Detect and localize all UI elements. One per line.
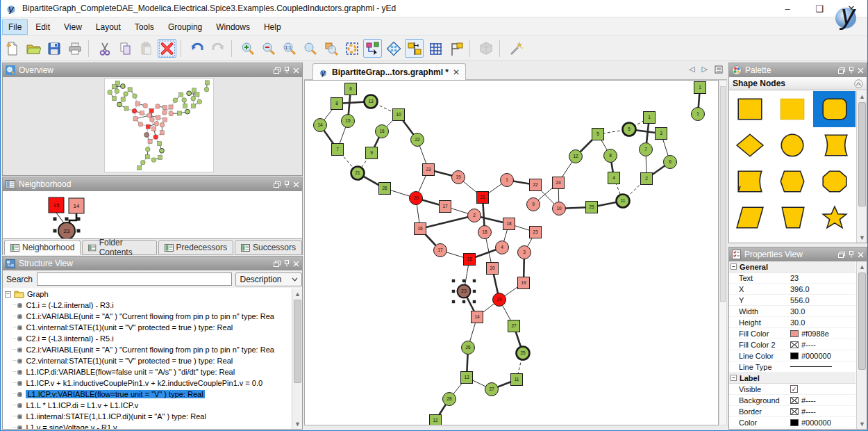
graph-node-7[interactable]	[191, 96, 196, 101]
graph-node-4[interactable]	[183, 104, 187, 108]
graph-node-18[interactable]	[156, 115, 160, 120]
graph-node-17[interactable]	[138, 122, 143, 127]
graph-node-1[interactable]: 1	[501, 174, 514, 187]
graph-node-4[interactable]	[154, 121, 159, 126]
graph-node-2[interactable]: 2	[468, 209, 481, 222]
close-icon[interactable]	[858, 252, 864, 258]
palette-shape-octagon[interactable]	[813, 163, 856, 200]
graph-node-24[interactable]	[169, 105, 173, 109]
pin-icon[interactable]	[284, 67, 290, 74]
graph-node-21[interactable]	[149, 108, 153, 113]
graph-node-16[interactable]: 16	[376, 125, 389, 138]
palette-shape-wave[interactable]	[813, 127, 856, 163]
graph-node-15[interactable]: 15	[464, 254, 476, 266]
zoom-selection-button[interactable]	[322, 39, 340, 58]
graph-node-8[interactable]: 8	[604, 149, 617, 163]
graph-node-12[interactable]	[173, 98, 178, 103]
redo-button[interactable]	[208, 39, 227, 58]
graph-node-18[interactable]	[149, 117, 154, 122]
graph-node-25[interactable]	[160, 148, 165, 153]
tab-neighborhood[interactable]: Neighborhood	[4, 240, 81, 255]
graph-node-7[interactable]	[112, 97, 117, 101]
tree-row[interactable]: ┄C1.i:VARIABLE(unit = "A" ) "Current flo…	[3, 311, 292, 322]
graph-node-16[interactable]	[124, 92, 128, 97]
graph-node-8[interactable]	[112, 85, 116, 89]
palette-shape-star[interactable]	[813, 200, 856, 236]
close-icon[interactable]	[293, 67, 299, 74]
graph-node-28[interactable]	[140, 160, 145, 165]
float-icon[interactable]	[274, 67, 281, 74]
tree-row[interactable]: ┄L1.iinternal:STATE(1,L1.ICP.di)(unit = …	[3, 411, 292, 422]
graph-node-26[interactable]	[145, 147, 150, 152]
graph-node-22[interactable]: 22	[411, 133, 424, 147]
graph-node-13[interactable]	[120, 84, 125, 89]
tree-row[interactable]: ┄L1.v = sineVoltage.v - R1.v	[3, 422, 292, 429]
overview-minimap[interactable]	[3, 77, 302, 175]
graph-node-24[interactable]: 24	[553, 177, 565, 189]
graph-node-21[interactable]: 21	[477, 192, 489, 204]
graph-node-4[interactable]: 4	[608, 172, 620, 184]
menu-windows[interactable]: Windows	[210, 19, 256, 35]
tab-list-icon[interactable]	[715, 65, 723, 74]
palette-panel-titlebar[interactable]: Palette	[729, 63, 867, 77]
label-flag-button[interactable]	[446, 39, 465, 58]
graph-node-19[interactable]: 19	[452, 171, 465, 184]
graph-node-11[interactable]: 11	[617, 195, 630, 208]
tree-row[interactable]: ┄L1.ICP.di:VARIABLE(flow=false unit = "A…	[3, 366, 292, 377]
menu-file[interactable]: File	[2, 19, 28, 35]
graph-node-5[interactable]	[179, 92, 183, 97]
delete-button[interactable]	[158, 39, 176, 58]
menu-layout[interactable]: Layout	[90, 19, 127, 35]
graph-node-15[interactable]	[115, 89, 119, 94]
graph-node-1[interactable]	[204, 87, 209, 92]
structure-scrollbar[interactable]: ▲ ▼	[292, 288, 302, 429]
tree-row[interactable]: ┄C2.vinternal:STATE(1)(unit = "V" protec…	[3, 355, 292, 366]
grid-button[interactable]	[426, 39, 444, 58]
graph-node-5[interactable]: 5	[623, 123, 636, 136]
property-row-x[interactable]: X396.0	[729, 284, 856, 295]
graph-node-11[interactable]	[158, 155, 162, 159]
visible-checkbox[interactable]: ✓	[790, 385, 798, 393]
graph-node-25[interactable]: 25	[586, 202, 598, 213]
property-row-fill-color-2[interactable]: Fill Color 2#----	[729, 339, 856, 350]
graph-node-17[interactable]: 17	[434, 244, 447, 257]
property-row-fill-color[interactable]: Fill Color#f0988e	[729, 328, 856, 339]
tree-row[interactable]: ┄C1.i = (-L2.iinternal) - R3.i	[3, 300, 292, 311]
palette-shape-tri[interactable]	[729, 236, 771, 243]
edit-mode-button[interactable]	[363, 39, 382, 58]
graph-node-14[interactable]: 14	[314, 119, 327, 132]
graph-node-13[interactable]	[145, 155, 149, 159]
graph-canvas[interactable]: 6813101415162279212623192021171222491021…	[304, 80, 719, 425]
graph-node-7[interactable]: 7	[640, 143, 653, 156]
graph-node-27[interactable]	[158, 142, 162, 146]
graph-node-25[interactable]	[177, 111, 181, 115]
prev-tab-button[interactable]: ◁	[689, 65, 694, 74]
graph-node-23[interactable]: 23	[423, 164, 435, 176]
zoom-1-1-button[interactable]: 1:1	[280, 39, 299, 58]
property-section-label[interactable]: −Label	[729, 373, 856, 384]
graph-node-1[interactable]: 1	[644, 112, 656, 124]
graph-node-16[interactable]: 16	[415, 223, 426, 235]
graph-node-23[interactable]: 23	[452, 279, 476, 303]
graph-node-22[interactable]	[133, 94, 137, 99]
graph-node-2[interactable]	[147, 113, 152, 118]
graph-node-7[interactable]: 7	[332, 144, 344, 156]
graph-node-27[interactable]: 27	[485, 383, 499, 396]
graph-node-17[interactable]	[140, 111, 144, 115]
float-icon[interactable]	[274, 261, 281, 267]
magnifier-button[interactable]	[301, 39, 319, 58]
structure-panel-titlebar[interactable]: Structure View	[3, 257, 302, 270]
graph-node-12[interactable]: 12	[569, 150, 583, 163]
neighborhood-view[interactable]: 151423	[3, 191, 302, 239]
navigate-button[interactable]	[384, 39, 403, 58]
property-section-general[interactable]: −General	[729, 261, 856, 273]
fit-content-button[interactable]	[342, 39, 361, 58]
palette-shape-para[interactable]	[729, 200, 771, 236]
properties-panel-titlebar[interactable]: Properties View	[729, 247, 867, 261]
graph-node-10[interactable]	[128, 88, 132, 92]
property-row-border[interactable]: Border#----	[729, 406, 856, 417]
tab-close-icon[interactable]: ✕	[453, 67, 460, 77]
property-row-line-type[interactable]: Line Type	[729, 361, 856, 373]
graph-node-22[interactable]: 22	[530, 179, 542, 191]
graph-node-15[interactable]: 15	[342, 115, 355, 128]
